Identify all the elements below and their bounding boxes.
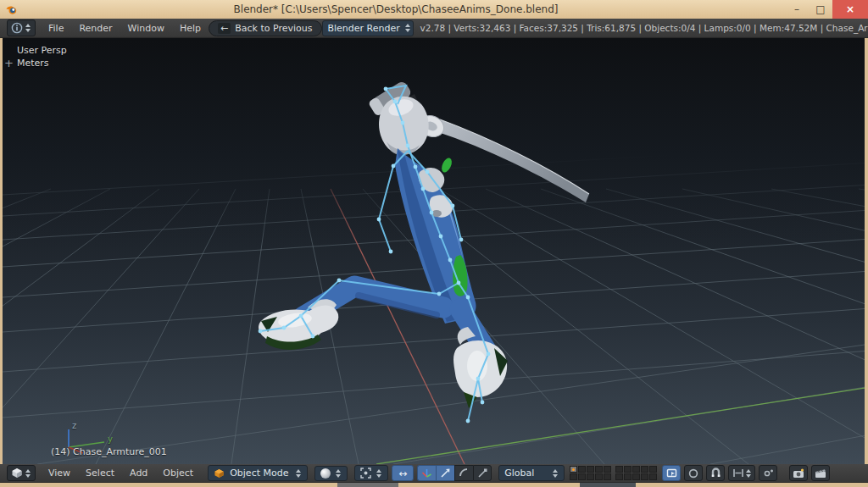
layer-cell[interactable] xyxy=(649,466,657,473)
manipulator-toggle[interactable]: ↔ xyxy=(392,465,414,481)
layer-cell[interactable] xyxy=(595,473,603,480)
menu-help[interactable]: Help xyxy=(172,23,209,34)
layer-cell[interactable] xyxy=(624,473,632,480)
layer-cell[interactable] xyxy=(615,466,623,473)
window-bottom-frame xyxy=(0,483,868,487)
layer-cell[interactable] xyxy=(615,473,623,480)
object-mode-cube-icon xyxy=(214,468,225,479)
unit-label: Meters xyxy=(17,58,49,69)
titlebar: Blender* [C:\Users\Spencer\Desktop\Chase… xyxy=(0,0,868,19)
render-clapper-icon xyxy=(815,468,826,479)
gizmo-z-label: z xyxy=(72,421,76,430)
orientation-arrows xyxy=(553,469,559,478)
transform-orientation-select[interactable]: Global xyxy=(498,465,565,481)
layer-cell[interactable] xyxy=(641,473,648,480)
mode-select[interactable]: Object Mode xyxy=(208,465,308,481)
shading-sphere-icon xyxy=(320,468,331,479)
info-header: File Render Window Help ← Back to Previo… xyxy=(0,19,868,38)
translate-axes-icon xyxy=(421,468,432,479)
region-expand-icon[interactable]: + xyxy=(4,57,14,69)
editor-selector-arrows xyxy=(25,469,31,478)
menu-select[interactable]: Select xyxy=(78,468,122,479)
menu-file[interactable]: File xyxy=(41,23,71,34)
pivot-select-arrows xyxy=(376,469,382,478)
snap-target-select[interactable] xyxy=(759,465,777,481)
snap-magnet-icon xyxy=(710,468,721,479)
editor-selector-arrows xyxy=(25,24,31,32)
window-title: Blender* [C:\Users\Spencer\Desktop\Chase… xyxy=(0,0,792,19)
orientation-value: Global xyxy=(504,468,534,479)
scene-stats: v2.78 | Verts:32,463 | Faces:37,325 | Tr… xyxy=(420,23,868,33)
layer-cell[interactable] xyxy=(632,466,640,473)
close-button[interactable]: × xyxy=(832,0,868,19)
snap-element-icon xyxy=(732,468,744,478)
layer-cell[interactable] xyxy=(587,466,594,473)
back-to-previous-button[interactable]: ← Back to Previous xyxy=(209,20,321,36)
taskbar-fragment xyxy=(337,483,398,487)
menu-window[interactable]: Window xyxy=(120,23,172,34)
window-controls: – □ × xyxy=(785,0,868,19)
proportional-edit-button[interactable] xyxy=(684,465,703,481)
maximize-button[interactable]: □ xyxy=(809,0,832,19)
mode-select-value: Object Mode xyxy=(230,468,288,479)
scene-lock-icon xyxy=(666,468,677,479)
editor-type-selector-3dview[interactable] xyxy=(7,465,36,481)
info-editor-icon xyxy=(11,22,23,34)
view-name-label: User Persp xyxy=(17,45,67,56)
opengl-render-button[interactable] xyxy=(789,465,808,481)
layers-widget[interactable] xyxy=(570,466,657,480)
layer-cell[interactable] xyxy=(570,473,577,480)
render-engine-arrows xyxy=(405,24,408,32)
layer-cell[interactable] xyxy=(604,473,611,480)
snap-target-icon xyxy=(763,468,774,479)
translate-arrow-button[interactable] xyxy=(436,465,454,481)
translate-arrow-icon xyxy=(440,468,451,479)
render-camera-icon xyxy=(793,468,804,479)
render-engine-value: Blender Render xyxy=(328,23,400,34)
blender-window: Blender* [C:\Users\Spencer\Desktop\Chase… xyxy=(0,0,868,487)
rotate-arc-icon xyxy=(459,468,470,479)
view3d-header: View Select Add Object Object Mode xyxy=(0,464,868,483)
gizmo-y-label: y xyxy=(108,434,113,444)
layer-cell[interactable] xyxy=(604,466,611,473)
layer-cell[interactable] xyxy=(578,473,586,480)
translate-manipulator-button[interactable] xyxy=(417,465,436,481)
taskbar-fragment xyxy=(580,483,636,487)
pivot-point-select[interactable] xyxy=(354,465,388,481)
manipulator-arrows-icon: ↔ xyxy=(398,468,407,479)
back-to-previous-label: Back to Previous xyxy=(235,23,312,34)
scale-manipulator-button[interactable] xyxy=(473,465,492,481)
scene-lock-toggle[interactable] xyxy=(662,465,681,481)
menu-render[interactable]: Render xyxy=(71,23,120,34)
layer-cell[interactable] xyxy=(641,466,648,473)
scale-arrow-icon xyxy=(477,468,488,479)
editor-type-selector-info[interactable] xyxy=(7,19,36,36)
layer-cell[interactable] xyxy=(624,466,632,473)
layer-cell[interactable] xyxy=(649,473,657,480)
snap-element-select[interactable] xyxy=(728,465,755,481)
back-arrow-icon: ← xyxy=(218,23,231,34)
opengl-render-anim-button[interactable] xyxy=(811,465,830,481)
viewport-3d[interactable]: + User Persp Meters z y (14) Chase_Armtu… xyxy=(0,38,868,464)
render-engine-select[interactable]: Blender Render xyxy=(322,20,414,36)
layer-cell[interactable] xyxy=(632,473,640,480)
shading-select-arrows xyxy=(336,469,342,478)
layer-cell[interactable] xyxy=(587,473,594,480)
mode-select-arrows xyxy=(296,469,302,478)
menu-view[interactable]: View xyxy=(41,468,78,479)
layer-cell[interactable] xyxy=(595,466,603,473)
viewport-shading-select[interactable] xyxy=(314,466,348,481)
menu-object[interactable]: Object xyxy=(155,468,201,479)
active-object-label: (14) Chase_Armture_001 xyxy=(51,446,167,457)
pivot-point-icon xyxy=(360,468,371,479)
snap-element-arrows xyxy=(746,469,752,478)
menu-add[interactable]: Add xyxy=(122,468,155,479)
manipulator-widget-group xyxy=(417,465,492,481)
layer-group-2[interactable] xyxy=(615,466,657,480)
snap-toggle-button[interactable] xyxy=(706,465,725,481)
rotate-manipulator-button[interactable] xyxy=(454,465,473,481)
layer-cell[interactable] xyxy=(578,466,586,473)
layer-cell[interactable] xyxy=(570,466,577,473)
proportional-edit-icon xyxy=(688,468,698,479)
layer-group-1[interactable] xyxy=(570,466,611,480)
